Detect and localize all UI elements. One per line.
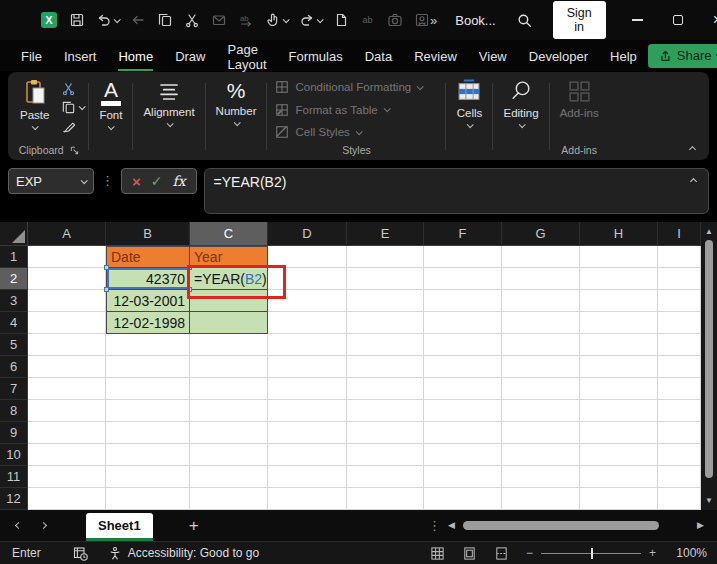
cut-button[interactable] xyxy=(61,81,76,96)
cell-A9[interactable] xyxy=(28,422,106,444)
cell-E3[interactable] xyxy=(347,290,424,312)
collapse-ribbon-chevron[interactable] xyxy=(689,146,696,153)
col-header-G[interactable]: G xyxy=(502,222,580,246)
format-as-table-button[interactable]: Format as Table xyxy=(275,103,437,117)
close-button[interactable]: × xyxy=(713,12,717,28)
cut-icon[interactable] xyxy=(184,12,200,28)
editing-button[interactable]: Editing xyxy=(497,79,544,128)
col-header-A[interactable]: A xyxy=(28,222,106,246)
cell-F2[interactable] xyxy=(424,268,502,290)
cell-B10[interactable] xyxy=(106,444,190,466)
row-header-9[interactable]: 9 xyxy=(0,422,28,444)
cell-A2[interactable] xyxy=(28,268,106,290)
cell-F1[interactable] xyxy=(424,246,502,268)
cell-A11[interactable] xyxy=(28,466,106,488)
col-header-C[interactable]: C xyxy=(190,222,268,246)
cell-H2[interactable] xyxy=(580,268,658,290)
cell-H10[interactable] xyxy=(580,444,658,466)
cell-D7[interactable] xyxy=(268,378,347,400)
zoom-level[interactable]: 100% xyxy=(673,546,707,560)
cell-D12[interactable] xyxy=(268,488,347,510)
cell-C9[interactable] xyxy=(190,422,268,444)
row-header-11[interactable]: 11 xyxy=(0,466,28,488)
accessibility-status[interactable]: Accessibility: Good to go xyxy=(108,546,259,561)
cell-A8[interactable] xyxy=(28,400,106,422)
sheet-tab-sheet1[interactable]: Sheet1 xyxy=(86,513,153,541)
cell-B1[interactable]: Date xyxy=(106,246,190,268)
cell-H6[interactable] xyxy=(580,356,658,378)
touch-mode-dropdown-chevron[interactable] xyxy=(283,16,290,23)
col-header-F[interactable]: F xyxy=(424,222,502,246)
cell-H4[interactable] xyxy=(580,312,658,334)
cell-E10[interactable] xyxy=(347,444,424,466)
tab-formulas[interactable]: Formulas xyxy=(278,43,354,68)
row-header-4[interactable]: 4 xyxy=(0,312,28,334)
col-header-B[interactable]: B xyxy=(106,222,190,246)
paste-button[interactable]: Paste xyxy=(14,79,55,130)
row-header-2[interactable]: 2 xyxy=(0,268,28,290)
cell-F6[interactable] xyxy=(424,356,502,378)
format-painter-button[interactable] xyxy=(61,119,77,134)
tab-developer[interactable]: Developer xyxy=(518,43,599,68)
new-document-icon[interactable] xyxy=(333,12,349,28)
cell-I1[interactable] xyxy=(658,246,701,268)
cell-G2[interactable] xyxy=(502,268,580,290)
row-header-3[interactable]: 3 xyxy=(0,290,28,312)
cell-G4[interactable] xyxy=(502,312,580,334)
cell-I9[interactable] xyxy=(658,422,701,444)
redo-button[interactable] xyxy=(299,12,322,28)
cell-E9[interactable] xyxy=(347,422,424,444)
cancel-icon[interactable]: × xyxy=(132,174,141,189)
scroll-down-icon[interactable]: ▼ xyxy=(705,491,713,510)
cell-G5[interactable] xyxy=(502,334,580,356)
scrollbar-splitter-handle[interactable]: ⋮ xyxy=(428,518,441,533)
row-header-6[interactable]: 6 xyxy=(0,356,28,378)
cell-C4[interactable] xyxy=(190,312,268,334)
cell-C7[interactable] xyxy=(190,378,268,400)
cell-A3[interactable] xyxy=(28,290,106,312)
cell-C10[interactable] xyxy=(190,444,268,466)
cell-B4[interactable]: 12-02-1998 xyxy=(106,312,190,334)
cell-C5[interactable] xyxy=(190,334,268,356)
sign-in-button[interactable]: Sign in xyxy=(553,1,606,39)
formula-bar-handle[interactable]: ⋮ xyxy=(101,168,114,188)
redo-dropdown-chevron[interactable] xyxy=(317,16,324,23)
copy-icon[interactable] xyxy=(157,12,173,28)
scroll-right-icon[interactable]: ▶ xyxy=(697,521,704,530)
prev-sheet-chevron[interactable] xyxy=(15,522,22,529)
cell-C11[interactable] xyxy=(190,466,268,488)
cell-H5[interactable] xyxy=(580,334,658,356)
cell-F7[interactable] xyxy=(424,378,502,400)
cell-D9[interactable] xyxy=(268,422,347,444)
horizontal-scrollbar-thumb[interactable] xyxy=(463,521,659,530)
cell-H1[interactable] xyxy=(580,246,658,268)
tab-insert[interactable]: Insert xyxy=(53,43,108,68)
cell-F11[interactable] xyxy=(424,466,502,488)
cell-D10[interactable] xyxy=(268,444,347,466)
cell-I2[interactable] xyxy=(658,268,701,290)
cell-I5[interactable] xyxy=(658,334,701,356)
horizontal-scrollbar[interactable]: ◀ ▶ xyxy=(448,518,704,533)
cell-B5[interactable] xyxy=(106,334,190,356)
cell-F3[interactable] xyxy=(424,290,502,312)
col-header-H[interactable]: H xyxy=(580,222,658,246)
cell-D3[interactable] xyxy=(268,290,347,312)
name-box[interactable]: EXP xyxy=(8,168,94,194)
cell-F4[interactable] xyxy=(424,312,502,334)
cell-C2[interactable]: =YEAR(B2) xyxy=(190,268,268,290)
cell-G12[interactable] xyxy=(502,488,580,510)
clipboard-dialog-launcher-icon[interactable] xyxy=(69,145,80,156)
row-header-12[interactable]: 12 xyxy=(0,488,28,510)
row-header-5[interactable]: 5 xyxy=(0,334,28,356)
cell-I6[interactable] xyxy=(658,356,701,378)
cell-A5[interactable] xyxy=(28,334,106,356)
toolbar-overflow-icon[interactable]: » xyxy=(430,13,435,28)
font-button[interactable]: A Font xyxy=(93,79,128,130)
zoom-out-icon[interactable]: − xyxy=(526,546,533,560)
scroll-up-icon[interactable]: ▲ xyxy=(705,222,713,236)
col-header-I[interactable]: I xyxy=(658,222,701,246)
row-header-7[interactable]: 7 xyxy=(0,378,28,400)
cell-A4[interactable] xyxy=(28,312,106,334)
cell-G6[interactable] xyxy=(502,356,580,378)
tab-home[interactable]: Home xyxy=(107,43,164,68)
